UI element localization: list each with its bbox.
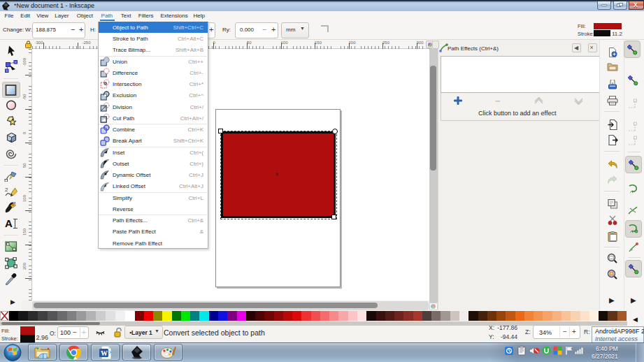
svg-text:W: W bbox=[101, 349, 108, 357]
svg-text:2: 2 bbox=[5, 187, 8, 193]
